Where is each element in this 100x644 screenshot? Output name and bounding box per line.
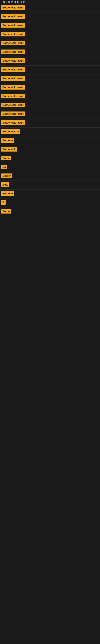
result-row-2[interactable]: Bottleneck result bbox=[0, 12, 100, 21]
result-row-6[interactable]: Bottleneck result bbox=[0, 48, 100, 57]
page-container: TheBottlenecker.com Bottleneck resultBot… bbox=[0, 0, 100, 216]
result-row-24[interactable]: Bottle bbox=[0, 207, 100, 216]
bottleneck-badge-15[interactable]: Bottleneck re bbox=[1, 129, 20, 134]
result-row-18[interactable]: Bottle bbox=[0, 154, 100, 163]
result-row-21[interactable]: Bott bbox=[0, 181, 100, 190]
bottleneck-badge-10[interactable]: Bottleneck result bbox=[1, 85, 25, 90]
bottleneck-badge-2[interactable]: Bottleneck result bbox=[1, 14, 25, 19]
bottleneck-badge-4[interactable]: Bottleneck result bbox=[1, 32, 25, 36]
site-title-bar: TheBottlenecker.com bbox=[0, 0, 100, 4]
bottleneck-badge-12[interactable]: Bottleneck result bbox=[1, 103, 25, 107]
result-row-5[interactable]: Bottleneck result bbox=[0, 39, 100, 48]
bottleneck-badge-3[interactable]: Bottleneck result bbox=[1, 23, 25, 28]
bottleneck-badge-5[interactable]: Bottleneck result bbox=[1, 41, 25, 45]
result-row-7[interactable]: Bottleneck result bbox=[0, 57, 100, 66]
bottleneck-badge-17[interactable]: Bottleneck bbox=[1, 147, 17, 152]
result-row-19[interactable]: Bo bbox=[0, 163, 100, 172]
bottleneck-badge-22[interactable]: Bottlene bbox=[1, 191, 14, 196]
bottleneck-badge-13[interactable]: Bottleneck result bbox=[1, 112, 25, 116]
bottleneck-badge-20[interactable]: Bottler bbox=[1, 174, 12, 178]
result-row-4[interactable]: Bottleneck result bbox=[0, 30, 100, 39]
result-row-15[interactable]: Bottleneck re bbox=[0, 128, 100, 136]
bottleneck-badge-23[interactable]: B bbox=[1, 200, 6, 205]
result-row-12[interactable]: Bottleneck result bbox=[0, 101, 100, 110]
bottleneck-badge-19[interactable]: Bo bbox=[1, 164, 7, 169]
bottleneck-badge-7[interactable]: Bottleneck result bbox=[1, 58, 25, 63]
bottleneck-badge-18[interactable]: Bottle bbox=[1, 156, 11, 160]
bottleneck-badge-11[interactable]: Bottleneck result bbox=[1, 94, 25, 98]
result-row-17[interactable]: Bottleneck bbox=[0, 145, 100, 154]
bottleneck-badge-14[interactable]: Bottleneck result bbox=[1, 120, 25, 125]
result-row-3[interactable]: Bottleneck result bbox=[0, 21, 100, 30]
bottleneck-badge-8[interactable]: Bottleneck result bbox=[1, 67, 25, 72]
site-title: TheBottlenecker.com bbox=[0, 0, 26, 5]
bottleneck-badge-6[interactable]: Bottleneck result bbox=[1, 50, 25, 54]
results-list: Bottleneck resultBottleneck resultBottle… bbox=[0, 4, 100, 216]
bottleneck-badge-16[interactable]: Bottlene bbox=[1, 138, 14, 143]
result-row-16[interactable]: Bottlene bbox=[0, 136, 100, 145]
bottleneck-badge-21[interactable]: Bott bbox=[1, 182, 9, 187]
result-row-22[interactable]: Bottlene bbox=[0, 190, 100, 198]
result-row-8[interactable]: Bottleneck result bbox=[0, 66, 100, 74]
result-row-14[interactable]: Bottleneck result bbox=[0, 119, 100, 128]
bottleneck-badge-1[interactable]: Bottleneck result bbox=[1, 5, 25, 10]
result-row-9[interactable]: Bottleneck result bbox=[0, 74, 100, 83]
bottleneck-badge-9[interactable]: Bottleneck result bbox=[1, 76, 25, 81]
bottleneck-badge-24[interactable]: Bottle bbox=[1, 209, 11, 214]
result-row-13[interactable]: Bottleneck result bbox=[0, 110, 100, 119]
result-row-23[interactable]: B bbox=[0, 198, 100, 207]
result-row-11[interactable]: Bottleneck result bbox=[0, 92, 100, 101]
result-row-20[interactable]: Bottler bbox=[0, 172, 100, 181]
result-row-10[interactable]: Bottleneck result bbox=[0, 83, 100, 92]
